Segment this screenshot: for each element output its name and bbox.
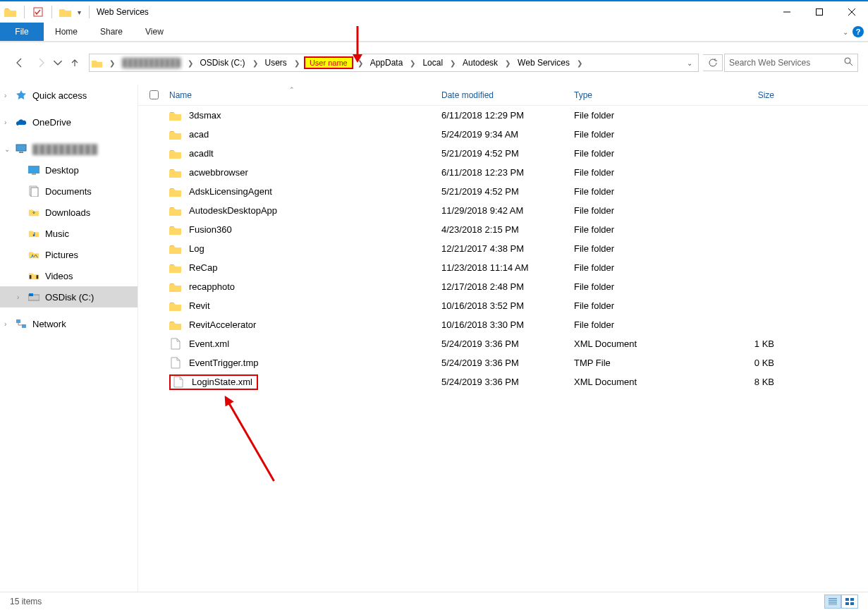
view-details-button[interactable] — [824, 594, 841, 609]
monitor-icon — [16, 143, 27, 154]
tab-file[interactable]: File — [0, 23, 44, 41]
file-date: 6/11/2018 12:23 PM — [441, 167, 574, 178]
file-size: 8 KB — [705, 377, 788, 387]
breadcrumb-item-redacted[interactable]: ███████████ — [119, 58, 183, 68]
chevron-right-icon[interactable]: ❯ — [248, 59, 262, 67]
sidebar-item-osdisk[interactable]: › OSDisk (C:) — [0, 286, 137, 307]
chevron-right-icon[interactable]: ❯ — [405, 59, 420, 67]
table-row[interactable]: Revit10/16/2018 3:52 PMFile folder — [138, 296, 868, 315]
search-icon[interactable] — [844, 57, 853, 68]
file-name: Revit — [189, 300, 210, 311]
tab-view[interactable]: View — [134, 23, 175, 41]
select-all-checkbox[interactable] — [149, 90, 159, 99]
chevron-right-icon[interactable]: ❯ — [105, 59, 119, 67]
breadcrumb[interactable]: ❯ ███████████ ❯ OSDisk (C:) ❯ Users ❯ Us… — [89, 54, 699, 72]
view-thumbnails-button[interactable] — [841, 594, 858, 609]
sidebar-item-quick-access[interactable]: › Quick access — [0, 85, 137, 106]
tab-home[interactable]: Home — [44, 23, 89, 41]
qat-properties-icon[interactable] — [30, 4, 46, 20]
chevron-right-icon[interactable]: ❯ — [573, 59, 587, 67]
breadcrumb-item[interactable]: Local — [420, 58, 446, 68]
help-icon[interactable]: ? — [852, 26, 864, 37]
table-row[interactable]: Event.xml5/24/2019 3:36 PMXML Document1 … — [138, 334, 868, 353]
qat-folder-icon[interactable] — [58, 4, 73, 20]
table-row[interactable]: 3dsmax6/11/2018 12:29 PMFile folder — [138, 106, 868, 125]
breadcrumb-item-highlight[interactable]: User name — [304, 56, 353, 69]
svg-rect-15 — [16, 319, 20, 323]
sidebar-item-onedrive[interactable]: › OneDrive — [0, 111, 137, 133]
nav-row: ❯ ███████████ ❯ OSDisk (C:) ❯ Users ❯ Us… — [0, 51, 868, 75]
sidebar-item-pictures[interactable]: Pictures — [0, 244, 137, 265]
table-row[interactable]: RevitAccelerator10/16/2018 3:30 PMFile f… — [138, 315, 868, 334]
close-button[interactable] — [836, 1, 868, 23]
breadcrumb-item[interactable]: OSDisk (C:) — [197, 58, 248, 68]
minimize-button[interactable] — [771, 1, 803, 23]
nav-history-icon[interactable] — [52, 53, 63, 73]
file-date: 5/24/2019 3:36 PM — [441, 377, 574, 387]
sidebar-item-network[interactable]: › Network — [0, 313, 137, 334]
nav-up-button[interactable] — [65, 53, 85, 73]
sidebar-item-label: Pictures — [45, 250, 78, 260]
breadcrumb-dropdown-icon[interactable]: ⌄ — [681, 59, 698, 67]
column-header-name[interactable]: Name⌃ — [169, 90, 441, 100]
svg-rect-24 — [850, 602, 854, 605]
sidebar-item-this-pc[interactable]: ⌄ ██████████ — [0, 138, 137, 159]
sidebar: › Quick access › OneDrive ⌄ ██████████ D… — [0, 85, 138, 606]
breadcrumb-item[interactable]: AppData — [367, 58, 406, 68]
documents-icon — [28, 185, 39, 197]
table-row[interactable]: EventTrigger.tmp5/24/2019 3:36 PMTMP Fil… — [138, 353, 868, 372]
chevron-right-icon[interactable]: › — [4, 118, 6, 126]
table-row[interactable]: AdskLicensingAgent5/21/2019 4:52 PMFile … — [138, 182, 868, 201]
svg-rect-3 — [16, 145, 26, 151]
column-header-date[interactable]: Date modified — [441, 90, 574, 100]
chevron-right-icon[interactable]: ❯ — [446, 59, 460, 67]
column-header-type[interactable]: Type — [574, 90, 705, 100]
sidebar-item-videos[interactable]: Videos — [0, 265, 137, 286]
nav-forward-button[interactable] — [31, 53, 51, 73]
table-row[interactable]: Fusion3604/23/2018 2:15 PMFile folder — [138, 220, 868, 239]
search-input[interactable]: Search Web Services — [724, 54, 858, 72]
refresh-button[interactable] — [703, 54, 723, 71]
sidebar-item-label: Network — [32, 319, 66, 329]
ribbon-expand-icon[interactable]: ⌄ — [843, 28, 848, 36]
file-date: 5/21/2019 4:52 PM — [441, 186, 574, 197]
sidebar-item-documents[interactable]: Documents — [0, 181, 137, 202]
folder-icon — [169, 262, 182, 274]
column-header-size[interactable]: Size — [705, 90, 788, 100]
maximize-button[interactable] — [803, 1, 836, 23]
table-row[interactable]: recapphoto12/17/2018 2:48 PMFile folder — [138, 277, 868, 296]
chevron-right-icon[interactable]: › — [17, 293, 19, 301]
table-row[interactable]: acadlt5/21/2019 4:52 PMFile folder — [138, 144, 868, 163]
chevron-right-icon[interactable]: › — [4, 92, 6, 99]
table-row[interactable]: LoginState.xml5/24/2019 3:36 PMXML Docum… — [138, 372, 868, 391]
nav-back-button[interactable] — [10, 53, 30, 73]
folder-icon — [169, 185, 182, 198]
desktop-icon — [28, 164, 39, 176]
sidebar-item-label: ██████████ — [32, 144, 97, 154]
breadcrumb-item[interactable]: Users — [262, 58, 290, 68]
svg-rect-22 — [850, 598, 854, 601]
table-row[interactable]: AutodeskDesktopApp11/29/2018 9:42 AMFile… — [138, 201, 868, 220]
qat-overflow-icon[interactable]: ▾ — [75, 4, 83, 20]
sidebar-item-downloads[interactable]: Downloads — [0, 202, 137, 223]
breadcrumb-item[interactable]: Autodesk — [460, 58, 501, 68]
chevron-right-icon[interactable]: ❯ — [183, 59, 197, 67]
sidebar-item-music[interactable]: Music — [0, 223, 137, 244]
table-row[interactable]: acad5/24/2019 9:34 AMFile folder — [138, 125, 868, 144]
drive-icon — [28, 291, 39, 303]
svg-rect-12 — [37, 275, 39, 279]
table-row[interactable]: acwebbrowser6/11/2018 12:23 PMFile folde… — [138, 163, 868, 182]
table-row[interactable]: ReCap11/23/2018 11:14 AMFile folder — [138, 258, 868, 277]
sidebar-item-label: OneDrive — [32, 117, 71, 128]
sidebar-item-desktop[interactable]: Desktop — [0, 159, 137, 181]
chevron-right-icon[interactable]: › — [4, 320, 6, 328]
breadcrumb-item[interactable]: Web Services — [515, 58, 573, 68]
chevron-down-icon[interactable]: ⌄ — [4, 145, 10, 153]
music-icon — [28, 228, 39, 239]
chevron-right-icon[interactable]: ❯ — [290, 59, 304, 67]
chevron-right-icon[interactable]: ❯ — [501, 59, 515, 67]
breadcrumb-folder-icon — [90, 59, 105, 68]
table-row[interactable]: Log12/21/2017 4:38 PMFile folder — [138, 239, 868, 258]
tab-share[interactable]: Share — [89, 23, 134, 41]
svg-point-9 — [33, 234, 35, 236]
